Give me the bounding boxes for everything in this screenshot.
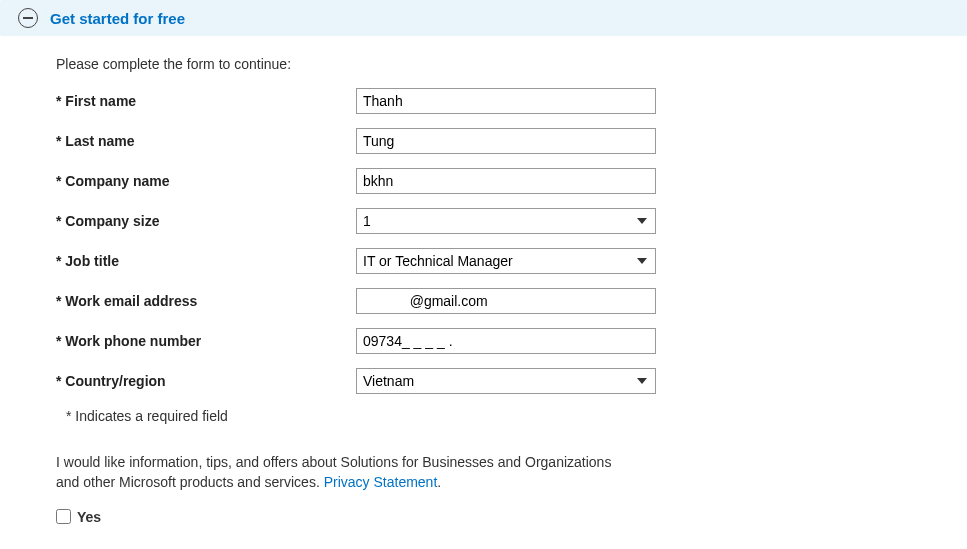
form-content: Please complete the form to continue: * … <box>0 36 967 549</box>
section-title: Get started for free <box>50 10 185 27</box>
label-job-title: * Job title <box>56 253 356 269</box>
form-intro: Please complete the form to continue: <box>56 56 949 72</box>
label-country: * Country/region <box>56 373 356 389</box>
row-job-title: * Job title IT or Technical Manager <box>56 248 949 274</box>
section-header: Get started for free <box>0 0 967 36</box>
row-work-phone: * Work phone number <box>56 328 949 354</box>
label-last-name: * Last name <box>56 133 356 149</box>
required-field-note: * Indicates a required field <box>56 408 949 424</box>
input-company-name[interactable] <box>356 168 656 194</box>
row-first-name: * First name <box>56 88 949 114</box>
row-company-name: * Company name <box>56 168 949 194</box>
row-last-name: * Last name <box>56 128 949 154</box>
input-last-name[interactable] <box>356 128 656 154</box>
row-work-email: * Work email address <box>56 288 949 314</box>
label-company-name: * Company name <box>56 173 356 189</box>
label-company-size: * Company size <box>56 213 356 229</box>
collapse-icon[interactable] <box>18 8 38 28</box>
input-work-email[interactable] <box>356 288 656 314</box>
input-work-phone[interactable] <box>356 328 656 354</box>
label-work-phone: * Work phone number <box>56 333 356 349</box>
row-country: * Country/region Vietnam <box>56 368 949 394</box>
label-first-name: * First name <box>56 93 356 109</box>
consent-text: I would like information, tips, and offe… <box>56 452 616 493</box>
select-job-title[interactable]: IT or Technical Manager <box>356 248 656 274</box>
select-country[interactable]: Vietnam <box>356 368 656 394</box>
select-company-size[interactable]: 1 <box>356 208 656 234</box>
row-company-size: * Company size 1 <box>56 208 949 234</box>
consent-checkbox-label: Yes <box>77 509 101 525</box>
privacy-statement-link[interactable]: Privacy Statement <box>324 474 438 490</box>
consent-checkbox[interactable] <box>56 509 71 524</box>
label-work-email: * Work email address <box>56 293 356 309</box>
input-first-name[interactable] <box>356 88 656 114</box>
consent-checkbox-row[interactable]: Yes <box>56 509 949 525</box>
